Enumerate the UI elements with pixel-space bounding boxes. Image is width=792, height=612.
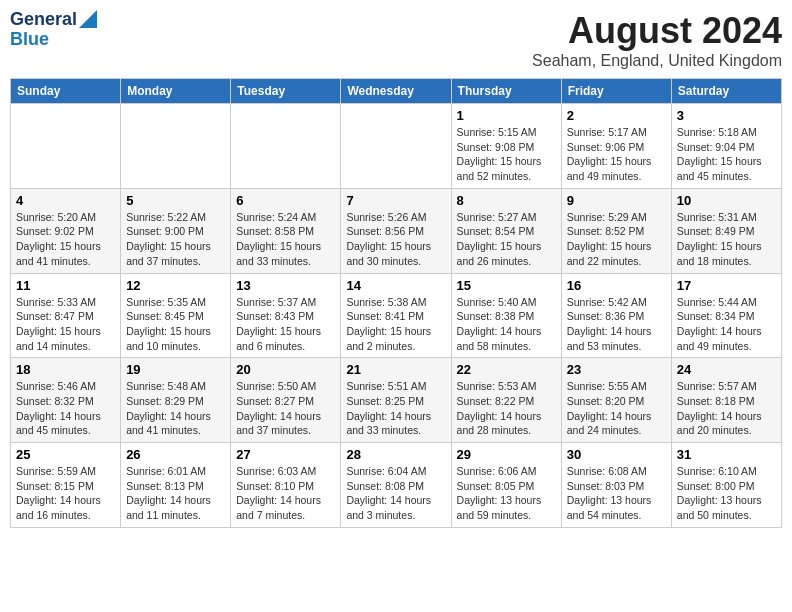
calendar-cell: 17Sunrise: 5:44 AM Sunset: 8:34 PM Dayli… [671,273,781,358]
calendar-cell: 25Sunrise: 5:59 AM Sunset: 8:15 PM Dayli… [11,443,121,528]
calendar-cell: 26Sunrise: 6:01 AM Sunset: 8:13 PM Dayli… [121,443,231,528]
day-info: Sunrise: 5:38 AM Sunset: 8:41 PM Dayligh… [346,295,445,354]
logo-blue: Blue [10,30,49,50]
day-info: Sunrise: 5:51 AM Sunset: 8:25 PM Dayligh… [346,379,445,438]
calendar-cell: 14Sunrise: 5:38 AM Sunset: 8:41 PM Dayli… [341,273,451,358]
day-number: 4 [16,193,115,208]
day-info: Sunrise: 6:04 AM Sunset: 8:08 PM Dayligh… [346,464,445,523]
day-info: Sunrise: 5:18 AM Sunset: 9:04 PM Dayligh… [677,125,776,184]
logo-general: General [10,10,77,30]
day-info: Sunrise: 5:48 AM Sunset: 8:29 PM Dayligh… [126,379,225,438]
day-number: 6 [236,193,335,208]
day-info: Sunrise: 5:37 AM Sunset: 8:43 PM Dayligh… [236,295,335,354]
calendar-cell: 19Sunrise: 5:48 AM Sunset: 8:29 PM Dayli… [121,358,231,443]
col-header-sunday: Sunday [11,79,121,104]
logo-icon [79,10,97,28]
col-header-saturday: Saturday [671,79,781,104]
calendar-cell: 18Sunrise: 5:46 AM Sunset: 8:32 PM Dayli… [11,358,121,443]
day-number: 22 [457,362,556,377]
col-header-thursday: Thursday [451,79,561,104]
calendar-cell: 10Sunrise: 5:31 AM Sunset: 8:49 PM Dayli… [671,188,781,273]
day-number: 26 [126,447,225,462]
day-info: Sunrise: 6:06 AM Sunset: 8:05 PM Dayligh… [457,464,556,523]
day-info: Sunrise: 6:03 AM Sunset: 8:10 PM Dayligh… [236,464,335,523]
calendar-cell: 15Sunrise: 5:40 AM Sunset: 8:38 PM Dayli… [451,273,561,358]
calendar-cell [11,104,121,189]
calendar-cell [341,104,451,189]
week-row-4: 18Sunrise: 5:46 AM Sunset: 8:32 PM Dayli… [11,358,782,443]
day-number: 14 [346,278,445,293]
day-info: Sunrise: 5:20 AM Sunset: 9:02 PM Dayligh… [16,210,115,269]
day-number: 1 [457,108,556,123]
calendar-cell: 21Sunrise: 5:51 AM Sunset: 8:25 PM Dayli… [341,358,451,443]
day-info: Sunrise: 5:59 AM Sunset: 8:15 PM Dayligh… [16,464,115,523]
day-info: Sunrise: 5:15 AM Sunset: 9:08 PM Dayligh… [457,125,556,184]
day-info: Sunrise: 5:35 AM Sunset: 8:45 PM Dayligh… [126,295,225,354]
day-number: 21 [346,362,445,377]
title-area: August 2024 Seaham, England, United King… [532,10,782,70]
calendar-cell: 28Sunrise: 6:04 AM Sunset: 8:08 PM Dayli… [341,443,451,528]
day-number: 17 [677,278,776,293]
page-title: August 2024 [532,10,782,52]
calendar-cell: 31Sunrise: 6:10 AM Sunset: 8:00 PM Dayli… [671,443,781,528]
day-info: Sunrise: 5:44 AM Sunset: 8:34 PM Dayligh… [677,295,776,354]
calendar-cell: 20Sunrise: 5:50 AM Sunset: 8:27 PM Dayli… [231,358,341,443]
calendar-cell: 30Sunrise: 6:08 AM Sunset: 8:03 PM Dayli… [561,443,671,528]
day-number: 12 [126,278,225,293]
day-number: 9 [567,193,666,208]
day-number: 11 [16,278,115,293]
calendar-cell: 4Sunrise: 5:20 AM Sunset: 9:02 PM Daylig… [11,188,121,273]
calendar-cell: 11Sunrise: 5:33 AM Sunset: 8:47 PM Dayli… [11,273,121,358]
calendar-cell [121,104,231,189]
col-header-wednesday: Wednesday [341,79,451,104]
week-row-1: 1Sunrise: 5:15 AM Sunset: 9:08 PM Daylig… [11,104,782,189]
day-number: 8 [457,193,556,208]
day-info: Sunrise: 6:01 AM Sunset: 8:13 PM Dayligh… [126,464,225,523]
col-header-tuesday: Tuesday [231,79,341,104]
calendar-cell: 6Sunrise: 5:24 AM Sunset: 8:58 PM Daylig… [231,188,341,273]
week-row-5: 25Sunrise: 5:59 AM Sunset: 8:15 PM Dayli… [11,443,782,528]
calendar-cell: 5Sunrise: 5:22 AM Sunset: 9:00 PM Daylig… [121,188,231,273]
day-info: Sunrise: 5:55 AM Sunset: 8:20 PM Dayligh… [567,379,666,438]
day-info: Sunrise: 5:46 AM Sunset: 8:32 PM Dayligh… [16,379,115,438]
calendar-cell: 23Sunrise: 5:55 AM Sunset: 8:20 PM Dayli… [561,358,671,443]
day-info: Sunrise: 5:40 AM Sunset: 8:38 PM Dayligh… [457,295,556,354]
calendar-cell: 24Sunrise: 5:57 AM Sunset: 8:18 PM Dayli… [671,358,781,443]
day-number: 25 [16,447,115,462]
day-number: 30 [567,447,666,462]
day-number: 24 [677,362,776,377]
calendar-cell [231,104,341,189]
day-info: Sunrise: 5:26 AM Sunset: 8:56 PM Dayligh… [346,210,445,269]
day-number: 28 [346,447,445,462]
calendar-cell: 7Sunrise: 5:26 AM Sunset: 8:56 PM Daylig… [341,188,451,273]
day-info: Sunrise: 5:57 AM Sunset: 8:18 PM Dayligh… [677,379,776,438]
calendar-cell: 12Sunrise: 5:35 AM Sunset: 8:45 PM Dayli… [121,273,231,358]
day-number: 19 [126,362,225,377]
day-info: Sunrise: 5:50 AM Sunset: 8:27 PM Dayligh… [236,379,335,438]
page-subtitle: Seaham, England, United Kingdom [532,52,782,70]
day-info: Sunrise: 5:22 AM Sunset: 9:00 PM Dayligh… [126,210,225,269]
day-number: 29 [457,447,556,462]
day-number: 18 [16,362,115,377]
calendar-cell: 8Sunrise: 5:27 AM Sunset: 8:54 PM Daylig… [451,188,561,273]
week-row-2: 4Sunrise: 5:20 AM Sunset: 9:02 PM Daylig… [11,188,782,273]
week-row-3: 11Sunrise: 5:33 AM Sunset: 8:47 PM Dayli… [11,273,782,358]
day-number: 20 [236,362,335,377]
day-number: 5 [126,193,225,208]
calendar-table: SundayMondayTuesdayWednesdayThursdayFrid… [10,78,782,528]
calendar-cell: 27Sunrise: 6:03 AM Sunset: 8:10 PM Dayli… [231,443,341,528]
day-info: Sunrise: 5:29 AM Sunset: 8:52 PM Dayligh… [567,210,666,269]
day-info: Sunrise: 5:27 AM Sunset: 8:54 PM Dayligh… [457,210,556,269]
day-number: 27 [236,447,335,462]
day-number: 15 [457,278,556,293]
calendar-header-row: SundayMondayTuesdayWednesdayThursdayFrid… [11,79,782,104]
calendar-cell: 9Sunrise: 5:29 AM Sunset: 8:52 PM Daylig… [561,188,671,273]
day-info: Sunrise: 5:33 AM Sunset: 8:47 PM Dayligh… [16,295,115,354]
day-number: 7 [346,193,445,208]
day-number: 2 [567,108,666,123]
col-header-friday: Friday [561,79,671,104]
day-info: Sunrise: 5:42 AM Sunset: 8:36 PM Dayligh… [567,295,666,354]
day-number: 10 [677,193,776,208]
calendar-cell: 1Sunrise: 5:15 AM Sunset: 9:08 PM Daylig… [451,104,561,189]
logo: General Blue [10,10,97,50]
